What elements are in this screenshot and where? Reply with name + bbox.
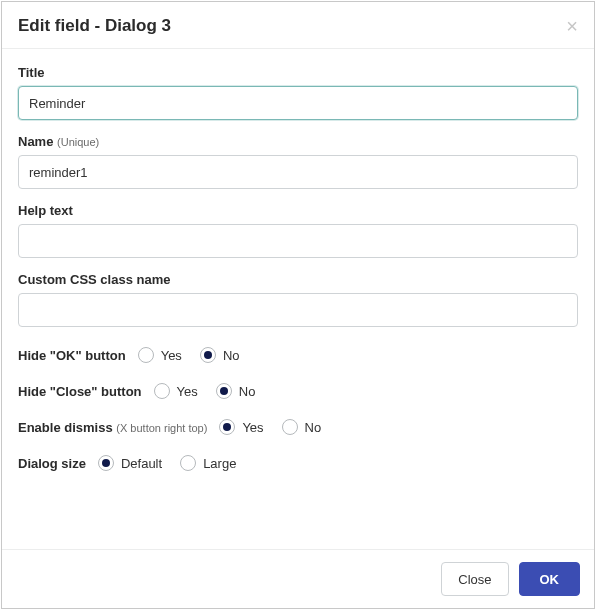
hide-close-row: Hide "Close" button Yes No: [18, 383, 578, 399]
radio-icon: [216, 383, 232, 399]
dialog-size-default-option[interactable]: Default: [98, 455, 162, 471]
enable-dismiss-row: Enable dismiss (X button right top) Yes …: [18, 419, 578, 435]
hide-ok-yes-option[interactable]: Yes: [138, 347, 182, 363]
close-icon[interactable]: ×: [566, 16, 578, 36]
ok-button[interactable]: OK: [519, 562, 581, 596]
enable-dismiss-yes-label: Yes: [242, 420, 263, 435]
dialog-size-large-option[interactable]: Large: [180, 455, 236, 471]
enable-dismiss-no-option[interactable]: No: [282, 419, 322, 435]
dialog-size-label: Dialog size: [18, 456, 86, 471]
enable-dismiss-yes-option[interactable]: Yes: [219, 419, 263, 435]
name-input[interactable]: [18, 155, 578, 189]
name-field-block: Name (Unique): [18, 134, 578, 189]
enable-dismiss-no-label: No: [305, 420, 322, 435]
name-label-hint: (Unique): [57, 136, 99, 148]
radio-icon: [282, 419, 298, 435]
title-label: Title: [18, 65, 578, 80]
css-field-block: Custom CSS class name: [18, 272, 578, 327]
radio-icon: [98, 455, 114, 471]
dialog-title: Edit field - Dialog 3: [18, 16, 171, 36]
help-label: Help text: [18, 203, 578, 218]
radio-icon: [138, 347, 154, 363]
enable-dismiss-label-text: Enable dismiss: [18, 420, 113, 435]
dialog-footer: Close OK: [2, 549, 594, 608]
css-label: Custom CSS class name: [18, 272, 578, 287]
hide-close-no-label: No: [239, 384, 256, 399]
dialog-header: Edit field - Dialog 3 ×: [2, 2, 594, 49]
radio-icon: [180, 455, 196, 471]
dialog-body: Title Name (Unique) Help text Custom CSS…: [2, 49, 594, 549]
help-input[interactable]: [18, 224, 578, 258]
hide-close-no-option[interactable]: No: [216, 383, 256, 399]
dialog-size-row: Dialog size Default Large: [18, 455, 578, 471]
title-field-block: Title: [18, 65, 578, 120]
hide-ok-yes-label: Yes: [161, 348, 182, 363]
edit-field-dialog: Edit field - Dialog 3 × Title Name (Uniq…: [1, 1, 595, 609]
hide-ok-row: Hide "OK" button Yes No: [18, 347, 578, 363]
close-button[interactable]: Close: [441, 562, 508, 596]
hide-close-yes-option[interactable]: Yes: [154, 383, 198, 399]
radio-icon: [154, 383, 170, 399]
hide-close-yes-label: Yes: [177, 384, 198, 399]
help-field-block: Help text: [18, 203, 578, 258]
dialog-size-large-label: Large: [203, 456, 236, 471]
title-input[interactable]: [18, 86, 578, 120]
name-label: Name (Unique): [18, 134, 578, 149]
radio-icon: [200, 347, 216, 363]
enable-dismiss-hint: (X button right top): [116, 422, 207, 434]
hide-close-label: Hide "Close" button: [18, 384, 142, 399]
radio-icon: [219, 419, 235, 435]
css-input[interactable]: [18, 293, 578, 327]
enable-dismiss-label: Enable dismiss (X button right top): [18, 420, 207, 435]
hide-ok-label: Hide "OK" button: [18, 348, 126, 363]
name-label-text: Name: [18, 134, 53, 149]
hide-ok-no-label: No: [223, 348, 240, 363]
dialog-size-default-label: Default: [121, 456, 162, 471]
hide-ok-no-option[interactable]: No: [200, 347, 240, 363]
